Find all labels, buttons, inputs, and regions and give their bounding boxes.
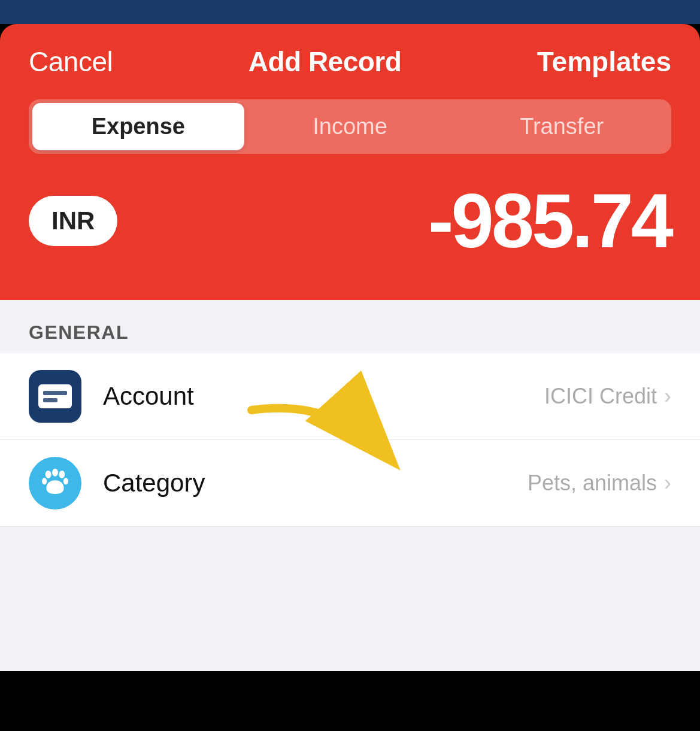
account-label: Account [103,382,544,411]
type-selector: Expense Income Transfer [29,99,671,154]
lower-section: GENERAL Account ICICI Credit › Category [0,300,700,671]
account-value: ICICI Credit [544,384,657,409]
cancel-button[interactable]: Cancel [29,46,113,78]
card-stripe-2 [43,398,57,402]
credit-card-icon [38,384,72,408]
svg-point-2 [59,471,65,478]
section-general-header: GENERAL [0,300,700,353]
amount-display: -985.74 [139,183,671,259]
templates-button[interactable]: Templates [537,46,671,78]
svg-point-0 [46,471,51,478]
account-icon [29,370,81,423]
type-transfer-button[interactable]: Transfer [456,103,668,150]
type-income-button[interactable]: Income [244,103,456,150]
header-row: Cancel Add Record Templates [29,46,671,78]
category-label: Category [103,469,528,498]
svg-point-4 [63,478,68,484]
page-title: Add Record [249,46,402,78]
type-expense-button[interactable]: Expense [32,103,244,150]
card-stripe-1 [43,391,67,395]
svg-point-3 [42,478,47,484]
currency-button[interactable]: INR [29,196,117,246]
amount-row: INR -985.74 [29,183,671,271]
category-icon [29,457,81,509]
account-chevron-icon: › [664,384,671,409]
add-record-card: Cancel Add Record Templates Expense Inco… [0,24,700,300]
paw-icon [40,468,71,499]
svg-point-1 [52,469,58,477]
category-row[interactable]: Category Pets, animals › [0,440,700,527]
category-value: Pets, animals [528,471,657,496]
category-chevron-icon: › [664,471,671,496]
account-row[interactable]: Account ICICI Credit › [0,353,700,440]
top-bar [0,0,700,24]
